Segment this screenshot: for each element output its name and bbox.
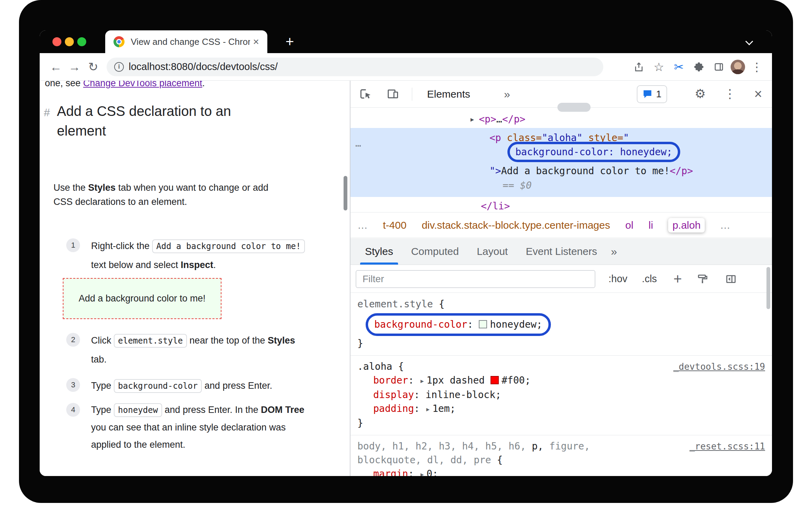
heading-anchor-hash[interactable]: # bbox=[44, 106, 50, 119]
declaration-border[interactable]: border: ▶1px dashed #f00; bbox=[373, 374, 765, 388]
dom-row-collapsed-p[interactable]: ▶ <p>…</p> bbox=[471, 113, 525, 125]
dom-row-li-close[interactable]: </li> bbox=[481, 200, 510, 212]
expand-arrow-icon[interactable]: ▶ bbox=[420, 471, 424, 476]
devtools-menu-icon[interactable]: ⋮ bbox=[722, 86, 738, 102]
step-text: Right-click the Add a background color t… bbox=[91, 237, 312, 274]
styles-scrollbar-thumb[interactable] bbox=[766, 267, 770, 309]
browser-window: View and change CSS - Chrom × + ← → ↻ i … bbox=[40, 30, 772, 476]
demo-target-box[interactable]: Add a background color to me! bbox=[63, 278, 221, 319]
profile-avatar[interactable] bbox=[731, 60, 745, 74]
expand-arrow-icon[interactable]: ▶ bbox=[426, 406, 430, 413]
docs-scrollbar-thumb[interactable] bbox=[344, 176, 347, 210]
inline-code: background-color bbox=[114, 379, 202, 393]
new-style-rule-button[interactable]: + bbox=[673, 272, 682, 286]
breadcrumb-overflow-right[interactable]: … bbox=[720, 219, 730, 231]
style-rule-aloha: _devtools.scss:19 .aloha { border: ▶1px … bbox=[350, 356, 772, 435]
browser-menu-icon[interactable]: ⋮ bbox=[749, 59, 765, 75]
scissors-extension-icon[interactable]: ✂ bbox=[671, 59, 687, 75]
rendering-emulation-icon[interactable] bbox=[695, 271, 710, 287]
show-sidebar-icon[interactable] bbox=[723, 271, 739, 287]
declaration-margin[interactable]: margin: ▶0; bbox=[373, 467, 765, 476]
tab-title: View and change CSS - Chrom bbox=[131, 37, 250, 47]
annotation-oval-dom: background-color: honeydew; bbox=[507, 142, 680, 162]
tab-close-icon[interactable]: × bbox=[253, 36, 259, 48]
css-property-name[interactable]: background-color bbox=[374, 319, 467, 330]
step-text: Click element.style near the top of the … bbox=[91, 331, 312, 369]
forward-button[interactable]: → bbox=[65, 58, 84, 76]
issues-bubble-icon bbox=[642, 89, 653, 99]
selector-aloha[interactable]: .aloha bbox=[357, 361, 392, 372]
inline-code: element.style bbox=[114, 334, 187, 348]
toolbar-actions: ☆ ✂ ⋮ bbox=[631, 59, 765, 75]
toggle-class-button[interactable]: .cls bbox=[642, 273, 657, 285]
share-icon[interactable] bbox=[631, 59, 647, 75]
more-panels-icon[interactable]: » bbox=[504, 81, 510, 108]
dom-line-dollar-zero: == $0 bbox=[503, 180, 532, 191]
devtools-close-icon[interactable]: × bbox=[750, 86, 766, 102]
breadcrumb-overflow-left[interactable]: … bbox=[357, 219, 368, 231]
declaration-padding[interactable]: padding: ▶1em; bbox=[373, 402, 765, 416]
device-toolbar-icon[interactable] bbox=[384, 86, 402, 103]
toggle-hover-state-button[interactable]: :hov bbox=[608, 273, 627, 285]
inline-code: Add a background color to me! bbox=[152, 239, 305, 253]
filter-input[interactable] bbox=[356, 270, 595, 288]
address-bar[interactable]: i bbox=[107, 58, 603, 76]
step-number-badge: 2 bbox=[66, 333, 80, 347]
selector-p[interactable]: p, bbox=[526, 440, 544, 452]
breadcrumb-item-p-aloha[interactable]: p.aloh bbox=[668, 218, 705, 232]
site-info-icon[interactable]: i bbox=[114, 62, 124, 72]
devtools-panel: Elements » 1 ⚙ ⋮ × ▶ <p>…</p> bbox=[350, 81, 772, 476]
source-link[interactable]: _reset.scss:11 bbox=[690, 439, 765, 453]
step-number-badge: 4 bbox=[66, 403, 80, 417]
declaration-display[interactable]: display: inline-block; bbox=[373, 388, 765, 402]
step-number-badge: 1 bbox=[66, 238, 80, 252]
style-rule-reset: _reset.scss:11 body, h1, h2, h3, h4, h5,… bbox=[350, 435, 772, 476]
close-window-button[interactable] bbox=[52, 37, 61, 46]
change-devtools-placement-link[interactable]: Change DevTools placement bbox=[83, 81, 202, 88]
tab-layout[interactable]: Layout bbox=[468, 238, 517, 265]
annotation-oval-styles: background-color: honeydew; bbox=[366, 313, 551, 336]
url-input[interactable] bbox=[129, 61, 596, 72]
expand-arrow-icon[interactable]: ▶ bbox=[471, 116, 474, 123]
extensions-puzzle-icon[interactable] bbox=[691, 59, 707, 75]
dom-selected-row[interactable]: … <p class="aloha" style=" background-co… bbox=[350, 128, 772, 197]
tab-event-listeners[interactable]: Event Listeners bbox=[517, 238, 606, 265]
minimize-window-button[interactable] bbox=[65, 37, 74, 46]
more-tabs-icon[interactable]: » bbox=[611, 245, 617, 258]
chevron-down-icon[interactable] bbox=[745, 38, 753, 46]
css-property-value[interactable]: honeydew; bbox=[490, 319, 542, 330]
maximize-window-button[interactable] bbox=[77, 37, 86, 46]
color-swatch-red[interactable] bbox=[491, 376, 499, 384]
intro-paragraph: Use the Styles tab when you want to chan… bbox=[53, 181, 288, 209]
styles-pane: element.style { background-color: honeyd… bbox=[350, 293, 772, 476]
browser-toolbar: ← → ↻ i ☆ ✂ ⋮ bbox=[40, 53, 772, 81]
expand-arrow-icon[interactable]: ▶ bbox=[420, 378, 424, 384]
tab-styles[interactable]: Styles bbox=[356, 238, 402, 265]
breadcrumb-item[interactable]: div.stack.stack--block.type.center-image… bbox=[422, 219, 610, 231]
chrome-icon bbox=[113, 36, 125, 47]
step-number-badge: 3 bbox=[66, 378, 80, 392]
tab-computed[interactable]: Computed bbox=[402, 238, 468, 265]
breadcrumb-item-ol[interactable]: ol bbox=[625, 219, 633, 231]
settings-gear-icon[interactable]: ⚙ bbox=[692, 86, 709, 102]
breadcrumb-item[interactable]: t-400 bbox=[383, 219, 406, 231]
bookmark-star-icon[interactable]: ☆ bbox=[651, 59, 667, 75]
side-panel-icon[interactable] bbox=[711, 59, 727, 75]
issues-button[interactable]: 1 bbox=[637, 85, 667, 103]
step-3: 3 Type background-color and press Enter. bbox=[66, 376, 312, 395]
new-tab-button[interactable]: + bbox=[281, 33, 298, 50]
inline-style-declaration: background-color: honeydew; bbox=[515, 146, 672, 158]
reload-button[interactable]: ↻ bbox=[84, 58, 102, 76]
dom-gutter-ellipsis[interactable]: … bbox=[355, 138, 361, 149]
back-button[interactable]: ← bbox=[47, 58, 65, 76]
browser-tab[interactable]: View and change CSS - Chrom × bbox=[105, 30, 267, 53]
tab-elements[interactable]: Elements bbox=[427, 81, 470, 108]
device-frame: View and change CSS - Chrom × + ← → ↻ i … bbox=[19, 0, 793, 503]
source-link[interactable]: _devtools.scss:19 bbox=[673, 360, 765, 374]
inspect-element-icon[interactable] bbox=[357, 86, 374, 103]
color-swatch-honeydew[interactable] bbox=[479, 320, 487, 328]
step-2: 2 Click element.style near the top of th… bbox=[66, 331, 312, 369]
selector-element-style[interactable]: element.style bbox=[357, 298, 433, 310]
step-1: 1 Right-click the Add a background color… bbox=[66, 237, 312, 274]
breadcrumb-item-li[interactable]: li bbox=[648, 219, 653, 231]
